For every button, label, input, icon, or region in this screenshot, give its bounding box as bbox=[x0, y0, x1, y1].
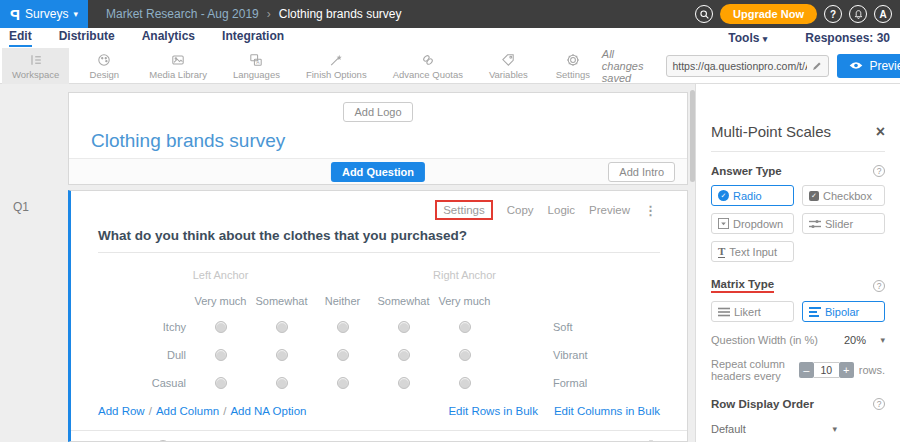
toolbar-item-settings[interactable]: Settings bbox=[544, 48, 602, 84]
bipolar-icon bbox=[809, 307, 821, 317]
anchor-row: Left Anchor Right Anchor bbox=[98, 265, 687, 285]
matrix-row: Itchy Soft bbox=[98, 313, 687, 341]
pencil-icon[interactable] bbox=[811, 60, 823, 72]
survey-title[interactable]: Clothing brands survey bbox=[69, 122, 687, 152]
preview-button[interactable]: Preview bbox=[837, 54, 900, 78]
repeat-headers-control: Repeat column headers every – + rows. bbox=[711, 358, 885, 382]
edit-rows-bulk-link[interactable]: Edit Rows in Bulk bbox=[448, 405, 537, 417]
row-right-label: Soft bbox=[553, 321, 573, 333]
account-avatar[interactable]: A bbox=[874, 5, 892, 23]
scale-header-row: Very much Somewhat Neither Somewhat Very… bbox=[98, 289, 687, 313]
question-settings-link[interactable]: Settings bbox=[435, 200, 493, 220]
tab-edit[interactable]: Edit bbox=[9, 29, 32, 47]
radio-button[interactable] bbox=[276, 349, 288, 361]
matrix-type-likert[interactable]: Likert bbox=[711, 301, 794, 322]
search-icon bbox=[699, 9, 710, 20]
toolbar-item-variables[interactable]: Variables bbox=[479, 48, 538, 84]
search-button[interactable] bbox=[695, 5, 713, 23]
add-logo-button[interactable]: Add Logo bbox=[343, 102, 412, 122]
panel-title: Multi-Point Scales bbox=[711, 123, 831, 140]
radio-button[interactable] bbox=[337, 377, 349, 389]
tag-icon bbox=[500, 52, 516, 68]
image-icon bbox=[170, 52, 186, 68]
matrix-row: Dull Vibrant bbox=[98, 341, 687, 369]
responses-count[interactable]: Responses: 30 bbox=[805, 31, 890, 45]
question-settings-panel: Multi-Point Scales × Answer Type ? ✓ Rad… bbox=[695, 84, 900, 442]
chain-icon bbox=[420, 52, 436, 68]
answer-type-slider[interactable]: Slider bbox=[802, 213, 885, 234]
radio-button[interactable] bbox=[459, 349, 471, 361]
question-width-value: 20% bbox=[844, 334, 866, 346]
chevron-down-icon: ▾ bbox=[763, 34, 768, 44]
radio-button[interactable] bbox=[337, 349, 349, 361]
tab-distribute[interactable]: Distribute bbox=[59, 29, 115, 47]
question-preview-link[interactable]: Preview bbox=[589, 204, 630, 216]
toolbar-item-advance-quotas[interactable]: Advance Quotas bbox=[383, 48, 473, 84]
notifications-button[interactable] bbox=[849, 5, 867, 23]
tab-integration[interactable]: Integration bbox=[222, 29, 284, 47]
row-left-label: Dull bbox=[98, 349, 190, 361]
row-right-label: Formal bbox=[553, 377, 587, 389]
toolbar-item-workspace[interactable]: Workspace bbox=[2, 48, 69, 84]
question-text[interactable]: What do you think about the clothes that… bbox=[71, 220, 687, 243]
question-more-menu[interactable]: ⋮ bbox=[644, 203, 657, 218]
help-icon[interactable]: ? bbox=[873, 398, 885, 410]
repeat-rows-input[interactable] bbox=[814, 362, 839, 378]
add-row-link[interactable]: Add Row bbox=[98, 405, 145, 417]
tools-menu[interactable]: Tools ▾ bbox=[728, 31, 767, 45]
chevron-down-icon: ▾ bbox=[73, 9, 78, 19]
radio-button[interactable] bbox=[215, 377, 227, 389]
radio-check-icon: ✓ bbox=[718, 190, 729, 201]
tab-analytics[interactable]: Analytics bbox=[142, 29, 195, 47]
add-column-link[interactable]: Add Column bbox=[156, 405, 219, 417]
edit-columns-bulk-link[interactable]: Edit Columns in Bulk bbox=[554, 405, 660, 417]
add-question-button[interactable]: Add Question bbox=[331, 162, 425, 182]
chevron-down-icon: ▾ bbox=[832, 424, 837, 434]
radio-button[interactable] bbox=[337, 321, 349, 333]
radio-button[interactable] bbox=[459, 377, 471, 389]
breadcrumb-separator-icon: › bbox=[267, 7, 271, 21]
answer-type-text-input[interactable]: T Text Input bbox=[711, 241, 794, 262]
add-intro-button[interactable]: Add Intro bbox=[608, 162, 675, 182]
row-left-label: Itchy bbox=[98, 321, 190, 333]
breadcrumb-project[interactable]: Market Research - Aug 2019 bbox=[106, 7, 259, 21]
section-tab-bar: Edit Distribute Analytics Integration To… bbox=[0, 28, 900, 48]
upgrade-now-button[interactable]: Upgrade Now bbox=[720, 4, 817, 24]
radio-button[interactable] bbox=[215, 321, 227, 333]
left-anchor-label: Left Anchor bbox=[190, 269, 251, 281]
question-copy-link[interactable]: Copy bbox=[507, 204, 534, 216]
help-button[interactable]: ? bbox=[824, 5, 842, 23]
question-logic-link[interactable]: Logic bbox=[548, 204, 576, 216]
radio-button[interactable] bbox=[276, 377, 288, 389]
add-na-option-link[interactable]: Add NA Option bbox=[230, 405, 306, 417]
help-icon[interactable]: ? bbox=[873, 280, 885, 292]
help-icon[interactable]: ? bbox=[873, 165, 885, 177]
toolbar-item-languages[interactable]: A Languages bbox=[223, 48, 290, 84]
radio-button[interactable] bbox=[459, 321, 471, 333]
row-display-order-select[interactable]: Default ▾ bbox=[711, 423, 885, 435]
survey-url-input[interactable] bbox=[672, 60, 807, 72]
top-bar: P Surveys ▾ Market Research - Aug 2019 ›… bbox=[0, 0, 900, 28]
answer-type-dropdown[interactable]: Dropdown bbox=[711, 213, 794, 234]
radio-button[interactable] bbox=[398, 349, 410, 361]
radio-button[interactable] bbox=[215, 349, 227, 361]
increment-button[interactable]: + bbox=[839, 362, 854, 378]
survey-url-box[interactable] bbox=[666, 55, 829, 77]
avatar-letter: A bbox=[879, 9, 886, 20]
close-icon[interactable]: × bbox=[876, 124, 885, 140]
question-number-label: Q1 bbox=[13, 200, 29, 214]
matrix-type-bipolar[interactable]: Bipolar bbox=[802, 301, 885, 322]
bell-icon bbox=[853, 9, 864, 20]
radio-button[interactable] bbox=[398, 377, 410, 389]
radio-button[interactable] bbox=[276, 321, 288, 333]
toolbar-item-finish-options[interactable]: Finish Options bbox=[296, 48, 377, 84]
answer-type-checkbox[interactable]: ✓ Checkbox bbox=[802, 185, 885, 206]
decrement-button[interactable]: – bbox=[799, 362, 814, 378]
question-width-control[interactable]: Question Width (in %) 20% ▾ bbox=[711, 334, 885, 346]
scale-header: Somewhat bbox=[373, 295, 434, 307]
surveys-menu[interactable]: P Surveys ▾ bbox=[0, 0, 88, 28]
answer-type-radio[interactable]: ✓ Radio bbox=[711, 185, 794, 206]
toolbar-item-media-library[interactable]: Media Library bbox=[139, 48, 217, 84]
toolbar-item-design[interactable]: Design bbox=[75, 48, 133, 84]
radio-button[interactable] bbox=[398, 321, 410, 333]
